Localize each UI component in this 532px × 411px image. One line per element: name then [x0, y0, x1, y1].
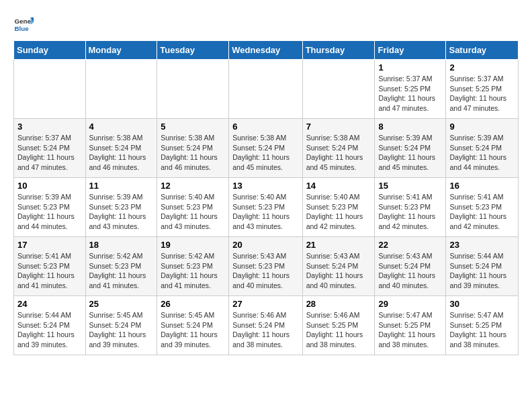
- day-cell: 23Sunrise: 5:44 AM Sunset: 5:24 PM Dayli…: [446, 237, 519, 296]
- day-info: Sunrise: 5:37 AM Sunset: 5:24 PM Dayligh…: [17, 133, 82, 173]
- col-header-sunday: Sunday: [14, 41, 86, 60]
- week-row-2: 10Sunrise: 5:39 AM Sunset: 5:23 PM Dayli…: [14, 178, 519, 237]
- day-cell: 18Sunrise: 5:42 AM Sunset: 5:23 PM Dayli…: [85, 237, 157, 296]
- calendar-table: SundayMondayTuesdayWednesdayThursdayFrid…: [13, 40, 519, 355]
- header: General Blue: [13, 13, 519, 34]
- day-cell: 11Sunrise: 5:39 AM Sunset: 5:23 PM Dayli…: [85, 178, 157, 237]
- day-info: Sunrise: 5:42 AM Sunset: 5:23 PM Dayligh…: [89, 251, 154, 291]
- day-info: Sunrise: 5:47 AM Sunset: 5:25 PM Dayligh…: [378, 310, 442, 350]
- col-header-tuesday: Tuesday: [157, 41, 229, 60]
- day-number: 30: [449, 299, 515, 309]
- day-number: 13: [232, 181, 298, 191]
- day-cell: 13Sunrise: 5:40 AM Sunset: 5:23 PM Dayli…: [229, 178, 302, 237]
- day-cell: 14Sunrise: 5:40 AM Sunset: 5:23 PM Dayli…: [302, 178, 375, 237]
- day-info: Sunrise: 5:43 AM Sunset: 5:24 PM Dayligh…: [378, 251, 442, 291]
- day-info: Sunrise: 5:40 AM Sunset: 5:23 PM Dayligh…: [232, 192, 298, 232]
- day-info: Sunrise: 5:43 AM Sunset: 5:23 PM Dayligh…: [232, 251, 298, 291]
- day-cell: [85, 60, 157, 119]
- day-cell: 19Sunrise: 5:42 AM Sunset: 5:23 PM Dayli…: [157, 237, 229, 296]
- col-header-monday: Monday: [85, 41, 157, 60]
- day-cell: 6Sunrise: 5:38 AM Sunset: 5:24 PM Daylig…: [229, 119, 302, 178]
- day-number: 7: [306, 122, 371, 132]
- day-info: Sunrise: 5:38 AM Sunset: 5:24 PM Dayligh…: [232, 133, 298, 173]
- day-cell: [14, 60, 86, 119]
- col-header-friday: Friday: [375, 41, 446, 60]
- day-cell: 27Sunrise: 5:46 AM Sunset: 5:24 PM Dayli…: [229, 296, 302, 355]
- day-number: 21: [306, 240, 371, 250]
- day-cell: 7Sunrise: 5:38 AM Sunset: 5:24 PM Daylig…: [302, 119, 375, 178]
- day-cell: 17Sunrise: 5:41 AM Sunset: 5:23 PM Dayli…: [14, 237, 86, 296]
- day-info: Sunrise: 5:37 AM Sunset: 5:25 PM Dayligh…: [378, 74, 442, 113]
- day-info: Sunrise: 5:41 AM Sunset: 5:23 PM Dayligh…: [17, 251, 82, 291]
- day-cell: 26Sunrise: 5:45 AM Sunset: 5:24 PM Dayli…: [157, 296, 229, 355]
- day-number: 20: [232, 240, 298, 250]
- day-info: Sunrise: 5:38 AM Sunset: 5:24 PM Dayligh…: [306, 133, 371, 173]
- day-number: 1: [378, 62, 442, 73]
- day-info: Sunrise: 5:37 AM Sunset: 5:25 PM Dayligh…: [449, 74, 515, 113]
- day-info: Sunrise: 5:41 AM Sunset: 5:23 PM Dayligh…: [378, 192, 442, 232]
- day-cell: 12Sunrise: 5:40 AM Sunset: 5:23 PM Dayli…: [157, 178, 229, 237]
- day-info: Sunrise: 5:44 AM Sunset: 5:24 PM Dayligh…: [449, 251, 515, 291]
- day-number: 18: [89, 240, 154, 250]
- day-info: Sunrise: 5:39 AM Sunset: 5:24 PM Dayligh…: [449, 133, 515, 173]
- day-cell: 29Sunrise: 5:47 AM Sunset: 5:25 PM Dayli…: [375, 296, 446, 355]
- day-number: 5: [161, 122, 225, 132]
- day-number: 14: [306, 181, 371, 191]
- day-number: 2: [449, 62, 515, 73]
- day-info: Sunrise: 5:46 AM Sunset: 5:24 PM Dayligh…: [232, 310, 298, 350]
- day-number: 27: [232, 299, 298, 309]
- day-cell: 2Sunrise: 5:37 AM Sunset: 5:25 PM Daylig…: [446, 60, 519, 119]
- day-number: 26: [161, 299, 225, 309]
- day-number: 12: [161, 181, 225, 191]
- day-info: Sunrise: 5:45 AM Sunset: 5:24 PM Dayligh…: [161, 310, 225, 350]
- day-number: 9: [449, 122, 515, 132]
- day-cell: 21Sunrise: 5:43 AM Sunset: 5:24 PM Dayli…: [302, 237, 375, 296]
- day-cell: 1Sunrise: 5:37 AM Sunset: 5:25 PM Daylig…: [375, 60, 446, 119]
- day-number: 6: [232, 122, 298, 132]
- day-number: 22: [378, 240, 442, 250]
- day-info: Sunrise: 5:38 AM Sunset: 5:24 PM Dayligh…: [161, 133, 225, 173]
- day-info: Sunrise: 5:40 AM Sunset: 5:23 PM Dayligh…: [306, 192, 371, 232]
- day-cell: [302, 60, 375, 119]
- day-number: 23: [449, 240, 515, 250]
- day-cell: [229, 60, 302, 119]
- day-number: 3: [17, 122, 82, 132]
- day-number: 15: [378, 181, 442, 191]
- day-cell: 10Sunrise: 5:39 AM Sunset: 5:23 PM Dayli…: [14, 178, 86, 237]
- day-info: Sunrise: 5:42 AM Sunset: 5:23 PM Dayligh…: [161, 251, 225, 291]
- day-number: 16: [449, 181, 515, 191]
- day-info: Sunrise: 5:43 AM Sunset: 5:24 PM Dayligh…: [306, 251, 371, 291]
- day-number: 11: [89, 181, 154, 191]
- day-cell: 25Sunrise: 5:45 AM Sunset: 5:24 PM Dayli…: [85, 296, 157, 355]
- logo: General Blue: [13, 13, 36, 34]
- day-info: Sunrise: 5:45 AM Sunset: 5:24 PM Dayligh…: [89, 310, 154, 350]
- col-header-thursday: Thursday: [302, 41, 375, 60]
- day-number: 4: [89, 122, 154, 132]
- day-info: Sunrise: 5:40 AM Sunset: 5:23 PM Dayligh…: [161, 192, 225, 232]
- day-cell: 22Sunrise: 5:43 AM Sunset: 5:24 PM Dayli…: [375, 237, 446, 296]
- svg-text:Blue: Blue: [15, 25, 30, 32]
- day-cell: 8Sunrise: 5:39 AM Sunset: 5:24 PM Daylig…: [375, 119, 446, 178]
- week-row-1: 3Sunrise: 5:37 AM Sunset: 5:24 PM Daylig…: [14, 119, 519, 178]
- col-header-wednesday: Wednesday: [229, 41, 302, 60]
- day-number: 17: [17, 240, 82, 250]
- day-info: Sunrise: 5:38 AM Sunset: 5:24 PM Dayligh…: [89, 133, 154, 173]
- week-row-0: 1Sunrise: 5:37 AM Sunset: 5:25 PM Daylig…: [14, 60, 519, 119]
- day-cell: 15Sunrise: 5:41 AM Sunset: 5:23 PM Dayli…: [375, 178, 446, 237]
- day-number: 28: [306, 299, 371, 309]
- header-row: SundayMondayTuesdayWednesdayThursdayFrid…: [14, 41, 519, 60]
- day-info: Sunrise: 5:41 AM Sunset: 5:23 PM Dayligh…: [449, 192, 515, 232]
- day-cell: [157, 60, 229, 119]
- day-number: 25: [89, 299, 154, 309]
- day-number: 8: [378, 122, 442, 132]
- day-number: 24: [17, 299, 82, 309]
- day-info: Sunrise: 5:39 AM Sunset: 5:23 PM Dayligh…: [17, 192, 82, 232]
- day-info: Sunrise: 5:39 AM Sunset: 5:24 PM Dayligh…: [378, 133, 442, 173]
- logo-icon: General Blue: [13, 13, 34, 34]
- day-info: Sunrise: 5:46 AM Sunset: 5:25 PM Dayligh…: [306, 310, 371, 350]
- day-info: Sunrise: 5:44 AM Sunset: 5:24 PM Dayligh…: [17, 310, 82, 350]
- day-cell: 4Sunrise: 5:38 AM Sunset: 5:24 PM Daylig…: [85, 119, 157, 178]
- week-row-3: 17Sunrise: 5:41 AM Sunset: 5:23 PM Dayli…: [14, 237, 519, 296]
- day-number: 29: [378, 299, 442, 309]
- day-cell: 5Sunrise: 5:38 AM Sunset: 5:24 PM Daylig…: [157, 119, 229, 178]
